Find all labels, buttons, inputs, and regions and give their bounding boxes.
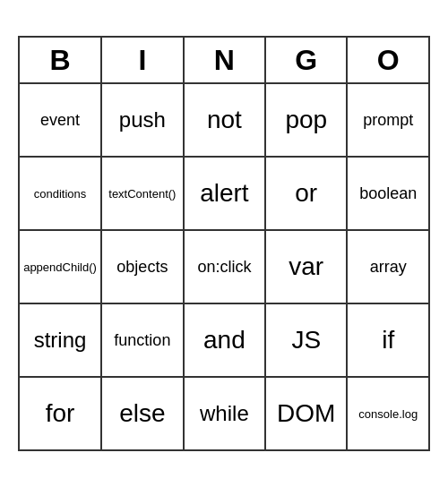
header-row: BINGO — [19, 37, 429, 83]
bingo-cell-3-0: string — [19, 303, 101, 377]
bingo-cell-4-1: else — [101, 377, 184, 450]
bingo-cell-2-4: array — [347, 230, 429, 303]
header-cell-n: N — [184, 37, 265, 83]
bingo-cell-2-1: objects — [101, 230, 184, 303]
bingo-row-0: eventpushnotpopprompt — [19, 83, 429, 157]
bingo-cell-1-2: alert — [184, 157, 265, 230]
header-cell-i: I — [101, 37, 184, 83]
bingo-row-1: conditionstextContent()alertorboolean — [19, 157, 429, 230]
bingo-row-4: forelsewhileDOMconsole.log — [19, 377, 429, 450]
bingo-cell-0-2: not — [184, 83, 265, 157]
bingo-cell-2-0: appendChild() — [19, 230, 101, 303]
bingo-cell-0-3: pop — [265, 83, 347, 157]
bingo-cell-0-4: prompt — [347, 83, 429, 157]
bingo-card: BINGO eventpushnotpoppromptconditionstex… — [18, 36, 430, 451]
bingo-row-3: stringfunctionandJSif — [19, 303, 429, 377]
bingo-cell-4-0: for — [19, 377, 101, 450]
bingo-cell-3-4: if — [347, 303, 429, 377]
bingo-cell-3-1: function — [101, 303, 184, 377]
bingo-cell-2-2: on:click — [184, 230, 265, 303]
bingo-cell-0-0: event — [19, 83, 101, 157]
bingo-cell-1-3: or — [265, 157, 347, 230]
bingo-cell-3-3: JS — [265, 303, 347, 377]
bingo-cell-1-1: textContent() — [101, 157, 184, 230]
bingo-cell-3-2: and — [184, 303, 265, 377]
bingo-cell-4-3: DOM — [265, 377, 347, 450]
bingo-cell-4-4: console.log — [347, 377, 429, 450]
bingo-cell-2-3: var — [265, 230, 347, 303]
header-cell-o: O — [347, 37, 429, 83]
bingo-cell-4-2: while — [184, 377, 265, 450]
bingo-cell-1-0: conditions — [19, 157, 101, 230]
header-cell-b: B — [19, 37, 101, 83]
bingo-row-2: appendChild()objectson:clickvararray — [19, 230, 429, 303]
bingo-cell-0-1: push — [101, 83, 184, 157]
bingo-cell-1-4: boolean — [347, 157, 429, 230]
header-cell-g: G — [265, 37, 347, 83]
